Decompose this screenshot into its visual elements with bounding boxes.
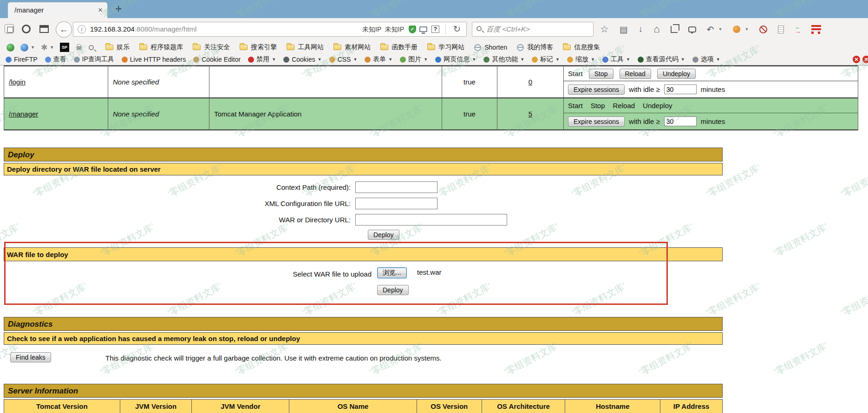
bookmark-item[interactable]: 函数手册: [380, 43, 418, 52]
browse-button[interactable]: 浏览...: [377, 267, 407, 278]
app-path-link[interactable]: /manager: [9, 110, 38, 118]
bookmark-item[interactable]: 娱乐: [105, 43, 130, 52]
bookmark-item[interactable]: 学习网站: [427, 43, 464, 52]
devtool-item[interactable]: 查看源代码▼: [638, 55, 685, 64]
orb-caret-icon[interactable]: ▼: [31, 45, 35, 50]
session-restart-icon[interactable]: [22, 25, 31, 33]
bookmark-star-icon[interactable]: ☆: [600, 24, 609, 35]
url-bar[interactable]: i 192.168.3.204:8080/manager/html 未知IP 未…: [73, 22, 467, 37]
url-path: :8080/manager/html: [135, 25, 196, 33]
app-sessions-link[interactable]: 5: [529, 110, 532, 118]
bookmark-item[interactable]: 我的博客: [517, 43, 553, 52]
tab-close-icon[interactable]: ×: [98, 2, 103, 18]
globe-icon: [517, 44, 524, 51]
app-sessions-link[interactable]: 0: [529, 78, 532, 86]
folder-icon: [380, 45, 388, 50]
section-subtitle: Deploy directory or WAR file located on …: [4, 163, 723, 175]
proxy-swap-icon[interactable]: ←→: [795, 25, 801, 33]
window-icon[interactable]: [39, 25, 49, 33]
extension-icon[interactable]: [5, 24, 14, 33]
new-tab-button[interactable]: +: [115, 1, 122, 17]
devtool-item[interactable]: 选项▼: [692, 55, 720, 64]
firebug-icon[interactable]: [733, 26, 740, 33]
bookmarks-panel-icon[interactable]: ▤: [620, 24, 628, 35]
bookmark-item[interactable]: 程序猿题库: [139, 43, 183, 52]
gear-caret-icon[interactable]: ▼: [50, 45, 54, 50]
forms-icon: [365, 57, 371, 63]
magnifier-icon[interactable]: [89, 45, 94, 50]
find-leaks-button[interactable]: Find leaks: [10, 352, 51, 362]
table-row: /manager None specified Tomcat Manager A…: [4, 98, 858, 130]
devtool-item[interactable]: CSS▼: [329, 56, 358, 63]
shield-icon[interactable]: ✔: [409, 26, 416, 33]
devtool-item[interactable]: FireFTP: [6, 56, 38, 63]
commands-row: Start Stop Reload Undeploy: [564, 98, 858, 113]
tab-bar: /manager × +: [0, 0, 868, 18]
bookmark-item[interactable]: Shorten: [474, 44, 507, 51]
adblock-icon[interactable]: [759, 26, 767, 33]
devtool-item[interactable]: 图片▼: [400, 55, 428, 64]
idle-minutes-input[interactable]: [664, 116, 697, 126]
devtool-item[interactable]: 网页信息▼: [435, 55, 476, 64]
bookmark-item[interactable]: 关注安全: [193, 43, 230, 52]
context-path-input[interactable]: [355, 181, 437, 193]
toolbar-close-icon[interactable]: ✕: [862, 56, 868, 63]
reload-icon[interactable]: ↻: [453, 22, 461, 36]
devtool-item[interactable]: 表单▼: [365, 55, 392, 64]
search-input[interactable]: [486, 23, 588, 35]
devtool-item[interactable]: 工具▼: [602, 55, 630, 64]
bookmark-item[interactable]: 工具网站: [287, 43, 324, 52]
app-path-link[interactable]: /login: [9, 78, 26, 86]
devtool-item[interactable]: 查看: [45, 55, 66, 64]
toolbar-close-icon[interactable]: ✕: [853, 56, 860, 63]
war-url-input[interactable]: [355, 214, 507, 226]
devtool-item[interactable]: Cookies▼: [283, 56, 322, 63]
devtool-item[interactable]: IP查询工具: [74, 55, 114, 64]
firebug-caret-icon[interactable]: ▼: [744, 27, 749, 32]
deploy-war-button[interactable]: Deploy: [377, 285, 409, 295]
back-button[interactable]: ←: [56, 21, 72, 38]
undo-caret-icon[interactable]: ▼: [718, 27, 723, 32]
notes-page-icon[interactable]: [778, 26, 784, 33]
search-box[interactable]: [472, 22, 594, 37]
undo-icon[interactable]: ↶: [707, 24, 714, 35]
browser-tab[interactable]: /manager ×: [7, 2, 108, 18]
section-title: Deploy: [4, 148, 723, 161]
deploy-button[interactable]: Deploy: [368, 230, 399, 240]
screenshot-crop-icon[interactable]: [671, 26, 678, 33]
dropdown-caret-icon: ▼: [681, 57, 685, 62]
home-icon[interactable]: ⌂: [653, 23, 659, 35]
undeploy-button[interactable]: Undeploy: [657, 69, 696, 79]
skull-icon[interactable]: ☠: [75, 43, 83, 52]
dropdown-caret-icon: ▼: [626, 57, 630, 62]
bookmark-item[interactable]: 信息搜集: [563, 43, 600, 52]
blue-orb-icon[interactable]: [20, 44, 28, 52]
expire-sessions-button[interactable]: Expire sessions: [568, 116, 625, 127]
bookmark-item[interactable]: 搜索引擎: [240, 43, 277, 52]
devtool-item[interactable]: 缩放▼: [567, 55, 595, 64]
tab-title: /manager: [14, 2, 44, 18]
green-orb-icon[interactable]: [7, 44, 14, 52]
devtool-item[interactable]: Cookie Editor: [193, 56, 241, 63]
xml-config-input[interactable]: [355, 198, 437, 209]
gear-icon[interactable]: ✱: [41, 44, 47, 52]
expire-sessions-button[interactable]: Expire sessions: [568, 84, 625, 95]
devtool-label: 其他功能: [492, 55, 518, 64]
server-monitor-icon[interactable]: [419, 26, 427, 32]
bookmark-item[interactable]: 素材网站: [333, 43, 371, 52]
reload-button[interactable]: Reload: [620, 69, 651, 79]
site-info-icon[interactable]: i: [78, 25, 86, 33]
devtool-item[interactable]: 禁用▼: [248, 55, 276, 64]
help-icon[interactable]: ?: [431, 26, 439, 33]
stop-button[interactable]: Stop: [589, 69, 613, 79]
devtool-item[interactable]: 标记▼: [532, 55, 560, 64]
download-icon[interactable]: ↓: [639, 24, 643, 34]
chat-bubble-icon[interactable]: [688, 26, 696, 32]
red-menu-icon[interactable]: [811, 25, 821, 34]
select-war-label: Select WAR file to upload: [4, 268, 372, 280]
idle-minutes-input[interactable]: [664, 84, 697, 94]
server-info-column-header: JVM Version: [120, 400, 192, 413]
devtool-item[interactable]: Live HTTP headers: [122, 56, 186, 63]
sp-addon-icon[interactable]: SP: [60, 43, 69, 52]
devtool-item[interactable]: 其他功能▼: [483, 55, 524, 64]
